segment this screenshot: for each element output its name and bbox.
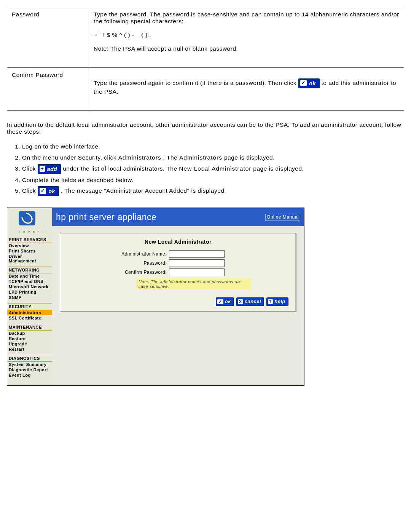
check-icon: ✓ [300,80,307,86]
nav-tcpip-dns[interactable]: TCP/IP and DNS [7,279,52,284]
nav-header-diagnostics: DIAGNOSTICS [7,355,52,362]
note-text: The administrator names and passwords ar… [139,280,242,289]
step-2: On the menu under Security, click Admini… [22,153,404,163]
nav-system-summary[interactable]: System Summary [7,362,52,367]
step-3d: page is displayed. [253,165,304,172]
def-password-p2: ~ ` ! $ % ^ ( ) - _ { } . [94,32,151,38]
add-label: add [46,165,60,173]
row-password: Password: [68,259,288,267]
step-3a: Click [22,165,38,172]
nav-header-security: SECURITY [7,303,52,310]
step-5a: Click [22,187,38,194]
ok-text: ok [225,299,231,304]
check-icon: ✓ [40,188,46,194]
step-2e: page is displayed. [224,154,275,161]
nav-event-log[interactable]: Event Log [7,372,52,378]
step-1-text: Log on to the web interface. [22,143,100,150]
ok-button-inline-2[interactable]: ✓ok [38,186,59,196]
new-admin-panel: New Local Administrator Administrator Na… [60,233,296,312]
def-password-p1: Type the password. The password is case-… [94,11,399,24]
step-5b: . The message "Administrator Account Add… [61,187,226,194]
ok-button[interactable]: ✓ok [216,297,234,306]
step-3c: New Local Administrator [179,165,251,172]
nav-microsoft-network[interactable]: Microsoft Network [7,284,52,289]
input-password[interactable] [169,259,225,267]
label-password: Password: [68,260,169,266]
panel-title: New Local Administrator [68,239,288,245]
definitions-table: Password Type the password. The password… [7,7,404,111]
label-admin-name: Administrator Name: [68,251,169,257]
help-text: help [274,299,285,304]
nav-date-time[interactable]: Date and Time [7,273,52,279]
nav-overview[interactable]: Overview [7,243,52,248]
ok-button-inline[interactable]: ✓ok [298,78,320,88]
nav-lpd-printing[interactable]: LPD Printing [7,289,52,295]
input-confirm-password[interactable] [169,268,225,276]
nav-backup[interactable]: Backup [7,331,52,336]
app-screenshot: i n v e n t PRINT SERVICES Overview Prin… [7,208,304,386]
step-4: Complete the fields as described below. [22,176,404,185]
nav-driver-management[interactable]: Driver Management [7,254,52,264]
def-confirm-pA: Type the password again to confirm it (i… [94,80,298,86]
step-3b: under the list of local administrators. … [63,165,179,172]
nav-restore[interactable]: Restore [7,336,52,341]
cancel-text: cancel [245,299,261,304]
step-4-text: Complete the fields as described below. [22,177,134,183]
sidebar: i n v e n t PRINT SERVICES Overview Prin… [7,208,52,385]
nav-header-maintenance: MAINTENANCE [7,324,52,331]
input-admin-name[interactable] [169,250,225,258]
def-password-label: Password [7,7,89,68]
steps-list: Log on to the web interface. On the menu… [22,142,404,196]
step-3: Click +add under the list of local admin… [22,164,404,174]
nav-diagnostic-report[interactable]: Diagnostic Report [7,367,52,372]
step-2a: On the menu under Security, click [22,154,118,161]
plus-icon: + [40,166,45,172]
app-title: hp print server appliance [56,212,265,222]
add-button-inline[interactable]: +add [38,164,61,174]
row-confirm-password: Confirm Password: [68,268,288,276]
note-label: Note: [139,280,150,284]
content-area: hp print server appliance Online Manual … [52,208,304,385]
label-confirm-password: Confirm Password: [68,270,169,275]
step-2d: Administrators [179,154,222,161]
nav-ssl-certificate[interactable]: SSL Certificate [7,315,52,321]
check-icon: ✓ [217,299,223,304]
logo-row [7,211,52,229]
step-2c: . The [163,154,179,161]
online-manual-label: Online Manual [267,214,299,220]
def-password-p3: Note: The PSA will accept a null or blan… [94,45,238,52]
nav-snmp[interactable]: SNMP [7,295,52,300]
def-password-desc: Type the password. The password is case-… [89,7,404,68]
x-icon: X [238,299,243,304]
ok-label: ok [308,79,319,88]
online-manual-link[interactable]: Online Manual [265,214,300,221]
step-2b: Administrators [118,154,161,161]
cancel-button[interactable]: Xcancel [236,297,264,306]
question-icon: ? [268,299,273,304]
nav-administrators[interactable]: Administrators [7,310,52,315]
nav-print-shares[interactable]: Print Shares [7,248,52,254]
ok-label: ok [48,187,58,195]
button-row: ✓ok Xcancel ?help [68,297,288,306]
row-admin-name: Administrator Name: [68,250,288,258]
intro-paragraph: In addition to the default local adminis… [7,121,404,135]
invent-tagline: i n v e n t [12,230,52,233]
nav-restart[interactable]: Restart [7,347,52,352]
help-button[interactable]: ?help [266,297,288,306]
def-confirm-label: Confirm Password [7,68,89,111]
step-1: Log on to the web interface. [22,142,404,152]
case-sensitive-note: Note: The administrator names and passwo… [136,278,251,290]
header-bar: hp print server appliance Online Manual [52,208,304,226]
nav-header-networking: NETWORKING [7,267,52,273]
def-confirm-desc: Type the password again to confirm it (i… [89,68,404,111]
step-5: Click ✓ok . The message "Administrator A… [22,186,404,196]
hp-logo-icon [19,211,35,225]
nav-upgrade[interactable]: Upgrade [7,341,52,347]
nav-header-print-services: PRINT SERVICES [7,236,52,243]
